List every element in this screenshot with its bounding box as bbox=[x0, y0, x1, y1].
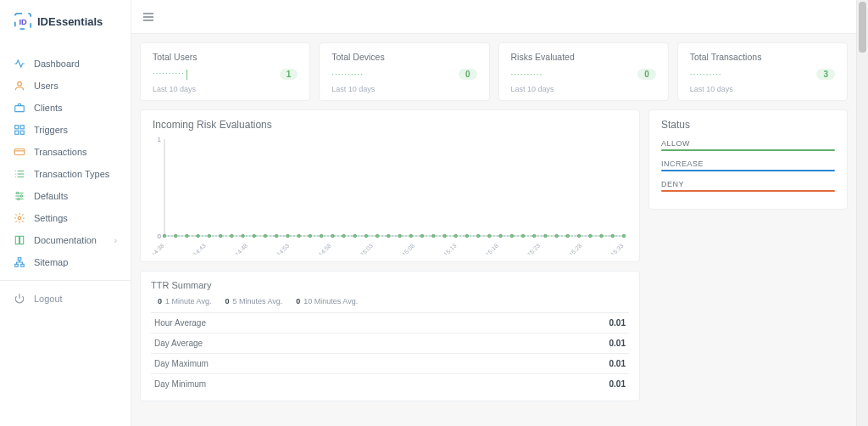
svg-rect-24 bbox=[15, 264, 19, 266]
page-scrollbar[interactable] bbox=[856, 0, 868, 426]
svg-rect-6 bbox=[15, 131, 19, 134]
stat-card-value: 1 bbox=[280, 69, 298, 80]
sidebar-item-transaction-types[interactable]: Transaction Types bbox=[0, 163, 131, 185]
ttr-avg-item: 01 Minute Avg. bbox=[158, 297, 211, 305]
status-line bbox=[661, 190, 835, 192]
nav-divider bbox=[0, 280, 131, 281]
stat-card-value: 0 bbox=[459, 69, 477, 80]
stat-card-title: Total Devices bbox=[331, 52, 476, 62]
book-icon bbox=[14, 234, 25, 246]
chevron-right-icon: › bbox=[114, 236, 117, 245]
ttr-table: Hour Average0.01Day Average0.01Day Maxim… bbox=[151, 312, 629, 394]
ttr-row-value: 0.01 bbox=[497, 354, 629, 374]
ttr-avg-value: 0 bbox=[225, 297, 229, 305]
svg-rect-7 bbox=[20, 131, 24, 134]
sidebar-item-label: Dashboard bbox=[34, 59, 80, 69]
ttr-row-label: Day Minimum bbox=[151, 374, 497, 395]
sparkline-icon: ·········· bbox=[511, 70, 543, 79]
ttr-row-value: 0.01 bbox=[497, 334, 629, 354]
table-row: Hour Average0.01 bbox=[151, 313, 629, 334]
grid-icon bbox=[14, 124, 25, 136]
ttr-avg-value: 0 bbox=[296, 297, 300, 305]
ttr-averages: 01 Minute Avg.05 Minutes Avg.010 Minutes… bbox=[151, 297, 629, 305]
table-row: Day Average0.01 bbox=[151, 334, 629, 354]
status-label: DENY bbox=[661, 180, 835, 188]
svg-text:14:43: 14:43 bbox=[192, 243, 207, 255]
stat-card: Total Devices··········0Last 10 days bbox=[319, 42, 489, 101]
sidebar-item-logout[interactable]: Logout bbox=[0, 288, 131, 310]
svg-text:15:28: 15:28 bbox=[568, 243, 582, 255]
chart-area: 0114:3814:4314:4814:5314:5815:0315:0815:… bbox=[153, 136, 627, 255]
nav: Dashboard Users Clients Triggers Transac… bbox=[0, 53, 131, 310]
ttr-avg-label: 1 Minute Avg. bbox=[165, 297, 211, 305]
stat-card-title: Risks Evaluated bbox=[511, 52, 656, 62]
sidebar-item-settings[interactable]: Settings bbox=[0, 207, 131, 229]
brand-name: IDEssentials bbox=[37, 15, 103, 28]
sidebar-item-label: Sitemap bbox=[34, 257, 68, 267]
sidebar-item-users[interactable]: Users bbox=[0, 75, 131, 97]
table-row: Day Minimum0.01 bbox=[151, 374, 629, 395]
sidebar-item-dashboard[interactable]: Dashboard bbox=[0, 53, 131, 75]
svg-rect-5 bbox=[20, 126, 24, 129]
main: Total Users··········1Last 10 daysTotal … bbox=[131, 34, 856, 426]
svg-text:15:03: 15:03 bbox=[359, 243, 374, 255]
status-item: ALLOW bbox=[661, 139, 835, 151]
stat-card-foot: Last 10 days bbox=[511, 85, 656, 93]
stat-card-foot: Last 10 days bbox=[690, 85, 835, 93]
header bbox=[131, 0, 856, 34]
stat-card-title: Total Transactions bbox=[690, 52, 835, 62]
sparkline-icon: ·········· bbox=[153, 69, 187, 79]
brand-logo[interactable]: ID IDEssentials bbox=[0, 0, 131, 42]
stat-card: Total Transactions··········3Last 10 day… bbox=[677, 42, 848, 101]
svg-rect-3 bbox=[15, 106, 25, 112]
stat-card: Total Users··········1Last 10 days bbox=[140, 42, 310, 101]
brand-mark-icon: ID bbox=[14, 12, 32, 31]
sidebar-item-label: Settings bbox=[34, 213, 68, 223]
ttr-summary-panel: TTR Summary 01 Minute Avg.05 Minutes Avg… bbox=[140, 271, 640, 401]
svg-text:15:18: 15:18 bbox=[485, 243, 499, 255]
svg-point-22 bbox=[18, 216, 21, 220]
gear-icon bbox=[14, 212, 25, 224]
status-line bbox=[661, 149, 835, 151]
menu-toggle-button[interactable] bbox=[142, 10, 155, 24]
sidebar-item-clients[interactable]: Clients bbox=[0, 97, 131, 119]
sidebar-item-transactions[interactable]: Transactions bbox=[0, 141, 131, 163]
credit-card-icon bbox=[14, 146, 25, 158]
sidebar: ID IDEssentials Dashboard Users Clients … bbox=[0, 0, 131, 426]
svg-text:14:38: 14:38 bbox=[153, 243, 165, 255]
svg-text:15:13: 15:13 bbox=[442, 243, 457, 255]
stat-card-body: ··········1 bbox=[153, 69, 298, 80]
ttr-row-value: 0.01 bbox=[497, 313, 629, 334]
chart-column: Incoming Risk Evaluations 0114:3814:4314… bbox=[140, 109, 640, 401]
svg-text:14:53: 14:53 bbox=[275, 243, 290, 255]
status-item: INCREASE bbox=[661, 160, 835, 171]
status-column: Status ALLOWINCREASEDENY bbox=[648, 109, 848, 401]
scrollbar-thumb[interactable] bbox=[859, 2, 866, 53]
sidebar-item-label: Users bbox=[34, 81, 58, 91]
sitemap-icon bbox=[14, 256, 25, 268]
svg-point-13 bbox=[15, 171, 16, 171]
ttr-avg-value: 0 bbox=[158, 297, 162, 305]
sidebar-item-sitemap[interactable]: Sitemap bbox=[0, 251, 131, 273]
stat-card-body: ··········0 bbox=[331, 69, 476, 80]
ttr-avg-item: 05 Minutes Avg. bbox=[225, 297, 282, 305]
svg-text:14:58: 14:58 bbox=[317, 243, 331, 255]
sidebar-item-triggers[interactable]: Triggers bbox=[0, 119, 131, 141]
svg-text:15:23: 15:23 bbox=[526, 243, 541, 255]
sidebar-item-label: Clients bbox=[34, 103, 63, 113]
power-icon bbox=[14, 293, 25, 305]
svg-point-14 bbox=[15, 173, 16, 174]
sidebar-item-label: Documentation bbox=[34, 235, 97, 245]
ttr-row-label: Day Maximum bbox=[151, 354, 497, 374]
svg-rect-8 bbox=[14, 149, 25, 155]
sidebar-item-label: Triggers bbox=[34, 125, 68, 135]
stat-card-foot: Last 10 days bbox=[331, 85, 476, 93]
svg-point-21 bbox=[18, 198, 19, 199]
sidebar-item-defaults[interactable]: Defaults bbox=[0, 185, 131, 207]
stat-card-body: ··········0 bbox=[511, 69, 656, 80]
stat-card-value: 3 bbox=[816, 69, 835, 80]
sidebar-item-label: Logout bbox=[34, 294, 63, 304]
sidebar-item-documentation[interactable]: Documentation › bbox=[0, 229, 131, 251]
svg-rect-25 bbox=[21, 264, 25, 266]
status-line bbox=[661, 170, 835, 171]
